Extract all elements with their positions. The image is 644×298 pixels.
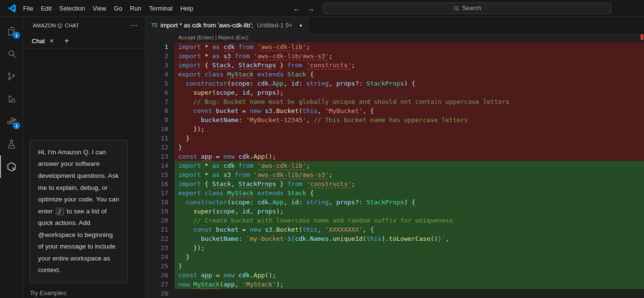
chat-panel-body: Hi, I'm Amazon Q. I can answer your soft… <box>23 49 145 298</box>
line-number: 25 <box>146 261 174 271</box>
line-number: 2 <box>146 51 174 61</box>
more-actions-button[interactable]: ⋯ <box>127 21 140 30</box>
activity-item-amazon-q[interactable] <box>0 155 23 178</box>
code-line-19[interactable]: 19 super(scope, id, props); <box>146 207 644 216</box>
code-line-7[interactable]: 7 // Bug: Bucket name must be globally u… <box>146 97 644 106</box>
menu-run[interactable]: Run <box>126 3 145 14</box>
line-number: 11 <box>146 134 174 143</box>
code-line-6[interactable]: 6 super(scope, id, props); <box>146 88 644 97</box>
chat-tab-bar: Chat × + <box>23 34 145 49</box>
code-text: }); <box>174 243 644 252</box>
search-placeholder: Search <box>462 5 482 12</box>
forward-button[interactable]: → <box>307 4 314 12</box>
code-line-3[interactable]: 3import { Stack, StackProps } from 'cons… <box>146 61 644 70</box>
line-number: 9 <box>146 115 174 124</box>
sidebar-title: AMAZON Q: CHAT <box>33 23 127 28</box>
code-text: const app = new cdk.App(); <box>174 152 644 161</box>
code-line-22[interactable]: 22 bucketName: `my-bucket-${cdk.Names.un… <box>146 234 644 243</box>
welcome-message: Hi, I'm Amazon Q. I can answer your soft… <box>30 140 128 283</box>
source-control-icon <box>6 71 17 82</box>
code-line-1[interactable]: 1import * as cdk from 'aws-cdk-lib'; <box>146 42 644 51</box>
title-bar: FileEditSelectionViewGoRunTerminalHelp ←… <box>0 0 644 17</box>
activity-item-explorer[interactable]: 1 <box>0 20 23 42</box>
activity-item-search[interactable] <box>0 42 23 65</box>
code-line-8[interactable]: 8 const bucket = new s3.Bucket(this, 'My… <box>146 106 644 115</box>
tab-title: import * as cdk from 'aws-cdk-lib'; <box>161 22 253 29</box>
activity-item-testing[interactable] <box>0 133 23 155</box>
code-text: // Create bucket with lowercase name and… <box>174 216 644 225</box>
editor-tab-untitled-1[interactable]: TS import * as cdk from 'aws-cdk-lib'; U… <box>146 17 309 33</box>
code-line-11[interactable]: 11 } <box>146 134 644 143</box>
code-line-28[interactable]: 28 <box>146 289 644 298</box>
code-line-20[interactable]: 20 // Create bucket with lowercase name … <box>146 216 644 225</box>
code-text: import * as s3 from 'aws-cdk-lib/aws-s3'… <box>174 170 644 179</box>
line-number: 12 <box>146 143 174 152</box>
tab-description: Untitled-1 9+ <box>257 22 293 29</box>
code-line-13[interactable]: 13const app = new cdk.App(); <box>146 152 644 161</box>
extensions-badge: 1 <box>13 122 20 129</box>
line-number: 13 <box>146 152 174 161</box>
menu-go[interactable]: Go <box>110 3 126 14</box>
code-line-5[interactable]: 5 constructor(scope: cdk.App, id: string… <box>146 79 644 88</box>
sidebar-header: AMAZON Q: CHAT ⋯ <box>23 17 145 34</box>
run-debug-icon <box>6 93 17 105</box>
code-line-25[interactable]: 25} <box>146 261 644 271</box>
line-number: 18 <box>146 198 174 207</box>
code-editor[interactable]: Accept (Enter) | Reject (Esc) 1import * … <box>146 33 644 298</box>
history-navigation: ← → <box>293 0 314 16</box>
close-chat-tab-button[interactable]: × <box>50 37 53 45</box>
explorer-badge: 1 <box>13 32 20 39</box>
line-number: 17 <box>146 188 174 198</box>
menu-file[interactable]: File <box>19 3 37 14</box>
search-input[interactable]: Search <box>323 2 611 14</box>
code-text: constructor(scope: cdk.App, id: string, … <box>174 79 644 88</box>
code-line-4[interactable]: 4export class MyStack extends Stack { <box>146 70 644 79</box>
code-text: super(scope, id, props); <box>174 88 644 97</box>
activity-item-run-debug[interactable] <box>0 87 23 110</box>
code-line-21[interactable]: 21 const bucket = new s3.Bucket(this, 'X… <box>146 225 644 234</box>
line-number: 3 <box>146 61 174 70</box>
code-line-14[interactable]: 14import * as cdk from 'aws-cdk-lib'; <box>146 161 644 170</box>
menu-selection[interactable]: Selection <box>55 3 88 14</box>
line-number: 14 <box>146 161 174 170</box>
line-number: 19 <box>146 207 174 216</box>
line-number: 6 <box>146 88 174 97</box>
slash-key-hint: / <box>56 208 64 215</box>
activity-item-extensions[interactable]: 1 <box>0 110 23 133</box>
line-number: 28 <box>146 289 174 298</box>
code-text: constructor(scope: cdk.App, id: string, … <box>174 198 644 207</box>
back-button[interactable]: ← <box>293 4 300 12</box>
code-line-17[interactable]: 17export class MyStack extends Stack { <box>146 188 644 198</box>
menu-help[interactable]: Help <box>176 3 197 14</box>
code-text: }); <box>174 124 644 134</box>
menu-bar: FileEditSelectionViewGoRunTerminalHelp <box>19 3 197 14</box>
code-line-23[interactable]: 23 }); <box>146 243 644 252</box>
code-line-2[interactable]: 2import * as s3 from 'aws-cdk-lib/aws-s3… <box>146 51 644 61</box>
line-number: 20 <box>146 216 174 225</box>
welcome-text: Hi, I'm Amazon Q. I can answer your soft… <box>38 149 119 274</box>
code-text: import { Stack, StackProps } from 'const… <box>174 61 644 70</box>
activity-item-source-control[interactable] <box>0 65 23 87</box>
menu-terminal[interactable]: Terminal <box>145 3 176 14</box>
code-text: super(scope, id, props); <box>174 207 644 216</box>
code-line-27[interactable]: 27new MyStack(app, 'MyStack'); <box>146 280 644 289</box>
code-line-10[interactable]: 10 }); <box>146 124 644 134</box>
code-lines: 1import * as cdk from 'aws-cdk-lib';2imp… <box>146 42 644 298</box>
workbench: 11 AMAZON Q: CHAT ⋯ Chat × + Hi, I'm Ama… <box>0 17 644 298</box>
code-line-15[interactable]: 15import * as s3 from 'aws-cdk-lib/aws-s… <box>146 170 644 179</box>
search-icon <box>6 48 17 60</box>
new-chat-tab-button[interactable]: + <box>64 36 69 46</box>
code-line-18[interactable]: 18 constructor(scope: cdk.App, id: strin… <box>146 198 644 207</box>
chat-tab[interactable]: Chat × <box>30 35 56 47</box>
code-line-26[interactable]: 26const app = new cdk.App(); <box>146 271 644 280</box>
code-line-9[interactable]: 9 bucketName: 'MyBucket-12345', // This … <box>146 115 644 124</box>
line-number: 26 <box>146 271 174 280</box>
code-line-16[interactable]: 16import { Stack, StackProps } from 'con… <box>146 179 644 188</box>
modified-indicator[interactable]: ● <box>299 23 302 28</box>
code-line-24[interactable]: 24 } <box>146 252 644 261</box>
inline-diff-actions[interactable]: Accept (Enter) | Reject (Esc) <box>146 33 644 42</box>
menu-edit[interactable]: Edit <box>37 3 55 14</box>
line-number: 1 <box>146 42 174 51</box>
menu-view[interactable]: View <box>89 3 110 14</box>
code-line-12[interactable]: 12} <box>146 143 644 152</box>
